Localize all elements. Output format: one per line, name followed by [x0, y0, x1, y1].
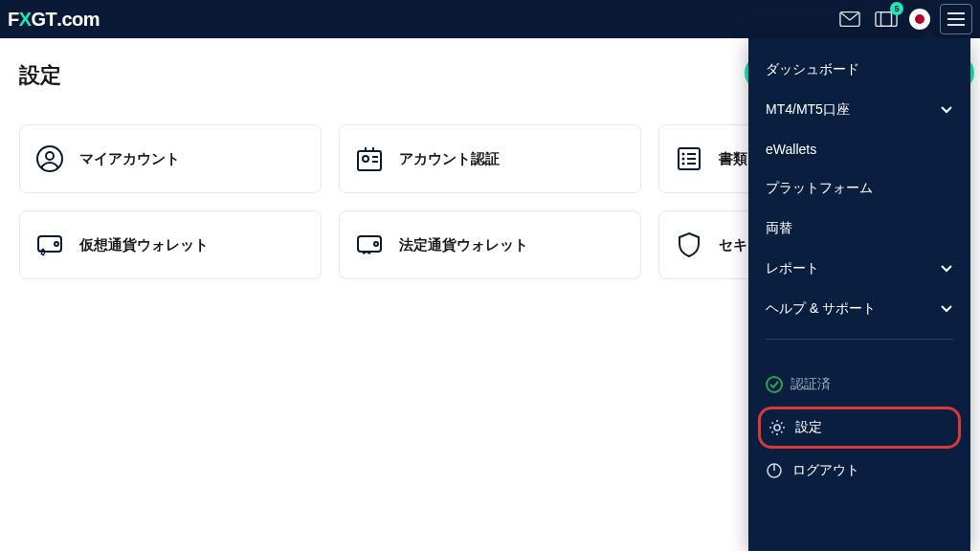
menu-item-help[interactable]: ヘルプ & サポート	[748, 289, 970, 329]
menu-item-logout[interactable]: ログアウト	[748, 452, 970, 489]
list-icon	[673, 143, 705, 175]
menu-item-label: ヘルプ & サポート	[766, 300, 876, 318]
svg-point-27	[774, 425, 780, 430]
menu-item-label: ダッシュボード	[766, 61, 859, 78]
chevron-down-icon	[940, 261, 953, 276]
crypto-wallet-icon: ₿	[33, 229, 66, 261]
inbox-icon[interactable]: 5	[873, 6, 900, 33]
card-fiat-wallet[interactable]: 法定通貨ウォレット	[339, 210, 641, 279]
header-actions: 5	[836, 4, 972, 34]
svg-point-7	[46, 152, 54, 160]
status-label: 認証済	[791, 376, 831, 393]
logo[interactable]: FXGT.com	[8, 9, 100, 31]
menu-item-label: プラットフォーム	[766, 180, 873, 197]
logout-label: ログアウト	[792, 462, 859, 479]
menu-item-platform[interactable]: プラットフォーム	[748, 168, 970, 209]
card-label: マイアカウント	[79, 150, 180, 168]
locale-flag-jp[interactable]	[909, 9, 930, 30]
svg-point-25	[374, 242, 378, 246]
chevron-down-icon	[940, 102, 953, 118]
settings-label: 設定	[795, 419, 822, 436]
notification-badge: 5	[890, 2, 903, 15]
svg-point-22	[55, 242, 58, 246]
menu-item-exchange[interactable]: 両替	[748, 209, 970, 249]
logo-suffix: GT	[32, 9, 57, 31]
logo-tail: .com	[56, 9, 100, 31]
card-crypto-wallet[interactable]: ₿ 仮想通貨ウォレット	[19, 210, 322, 279]
menu-item-label: 両替	[766, 220, 792, 237]
menu-item-dashboard[interactable]: ダッシュボード	[748, 50, 970, 90]
card-label: アカウント認証	[399, 150, 500, 168]
svg-text:₿: ₿	[40, 248, 45, 256]
mail-icon[interactable]	[836, 6, 863, 33]
svg-point-9	[363, 156, 368, 162]
svg-rect-1	[876, 12, 892, 27]
power-icon	[766, 462, 783, 479]
logo-accent: X	[19, 9, 32, 31]
card-label: 仮想通貨ウォレット	[79, 236, 209, 254]
menu-item-ewallets[interactable]: eWallets	[748, 130, 970, 168]
id-icon	[353, 143, 386, 175]
svg-point-26	[767, 377, 782, 392]
fiat-wallet-icon	[353, 229, 386, 261]
app-header: FXGT.com 5	[0, 0, 980, 38]
menu-item-label: eWallets	[766, 142, 816, 157]
menu-item-report[interactable]: レポート	[748, 249, 970, 289]
logo-prefix: F	[8, 9, 19, 31]
menu-item-label: レポート	[766, 260, 819, 277]
menu-item-label: MT4/MT5口座	[766, 101, 850, 119]
menu-item-settings[interactable]: 設定	[758, 407, 961, 449]
chevron-down-icon	[940, 301, 953, 317]
dropdown-arrow	[921, 31, 936, 38]
card-my-account[interactable]: マイアカウント	[19, 124, 322, 193]
gear-icon	[768, 419, 786, 436]
card-label: 法定通貨ウォレット	[399, 236, 528, 254]
card-account-verification[interactable]: アカウント認証	[339, 124, 641, 193]
shield-icon	[673, 229, 705, 261]
card-label: 書類	[719, 150, 747, 168]
user-icon	[33, 143, 66, 175]
menu-divider	[766, 339, 953, 340]
menu-item-mt-accounts[interactable]: MT4/MT5口座	[748, 90, 970, 130]
hamburger-menu-button[interactable]	[940, 4, 972, 34]
verification-status: 認証済	[748, 366, 970, 403]
check-circle-icon	[766, 376, 783, 393]
main-menu-dropdown: ダッシュボード MT4/MT5口座 eWallets プラットフォーム 両替 レ…	[748, 38, 970, 551]
